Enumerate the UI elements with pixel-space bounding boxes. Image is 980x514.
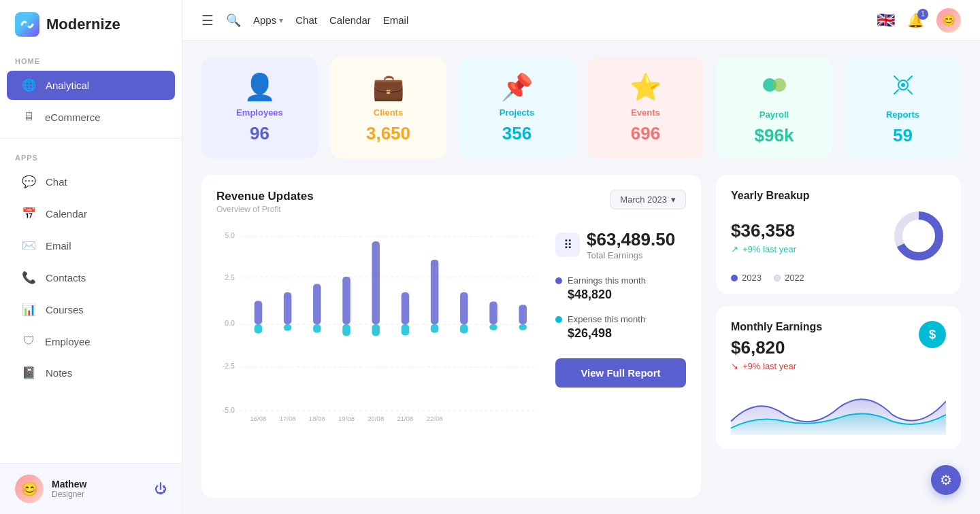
svg-rect-32 bbox=[431, 324, 439, 332]
employees-value: 96 bbox=[250, 123, 270, 144]
legend-2022: 2022 bbox=[774, 273, 804, 283]
revenue-body: 5.0 2.5 0.0 -2.5 -5.0 bbox=[216, 222, 686, 426]
svg-rect-20 bbox=[255, 324, 263, 333]
revenue-card: Revenue Updates Overview of Profit March… bbox=[201, 175, 701, 498]
view-report-button[interactable]: View Full Report bbox=[555, 358, 686, 388]
stat-card-employees[interactable]: 👤 Employees 96 bbox=[201, 57, 318, 158]
sidebar-item-chat[interactable]: 💬 Chat bbox=[7, 167, 175, 196]
earnings-amount: $48,820 bbox=[555, 288, 686, 302]
email-nav-link[interactable]: Email bbox=[383, 14, 409, 26]
reports-value: 59 bbox=[893, 125, 913, 146]
notes-icon: 📓 bbox=[22, 366, 36, 380]
revenue-header: Revenue Updates Overview of Profit March… bbox=[216, 190, 686, 214]
sidebar-item-notes[interactable]: 📓 Notes bbox=[7, 358, 175, 388]
svg-text:2.5: 2.5 bbox=[225, 273, 235, 281]
yearly-breakup-card: Yearly Breakup $36,358 ↗ +9% last year bbox=[716, 175, 961, 294]
total-earnings-amount: $63,489.50 bbox=[587, 229, 675, 250]
right-panel: Yearly Breakup $36,358 ↗ +9% last year bbox=[716, 175, 961, 498]
sidebar-item-analytical[interactable]: 🌐 Analytical bbox=[7, 71, 175, 100]
sidebar-item-ecommerce[interactable]: 🖥 eCommerce bbox=[7, 103, 175, 131]
chat-icon: 💬 bbox=[22, 175, 36, 189]
view-report-label: View Full Report bbox=[581, 367, 660, 379]
monthly-growth: ↘ +9% last year bbox=[731, 361, 822, 371]
sidebar-item-notes-label: Notes bbox=[46, 367, 72, 379]
date-filter-button[interactable]: March 2023 ▾ bbox=[610, 190, 686, 209]
monthly-earnings-card: Monthly Earnings $6,820 ↘ +9% last year … bbox=[716, 306, 961, 449]
monthly-header: Monthly Earnings $6,820 ↘ +9% last year … bbox=[731, 321, 946, 371]
stat-card-payroll[interactable]: Payroll $96k bbox=[716, 57, 832, 158]
sidebar-item-contacts[interactable]: 📞 Contacts bbox=[7, 263, 175, 292]
legend-dot-2023 bbox=[731, 275, 738, 281]
stat-card-projects[interactable]: 📌 Projects 356 bbox=[459, 57, 575, 158]
sidebar-item-courses[interactable]: 📊 Courses bbox=[7, 295, 175, 324]
apps-nav-link[interactable]: Apps ▾ bbox=[253, 14, 283, 26]
sidebar-item-employee[interactable]: 🛡 Employee bbox=[7, 327, 175, 356]
monitor-icon: 🖥 bbox=[22, 110, 35, 124]
svg-line-6 bbox=[908, 90, 912, 94]
svg-rect-29 bbox=[402, 292, 410, 324]
yearly-legend: 2023 2022 bbox=[731, 273, 946, 283]
svg-text:17/08: 17/08 bbox=[280, 415, 296, 422]
expense-amount: $26,498 bbox=[555, 326, 686, 341]
donut-chart bbox=[892, 209, 946, 266]
svg-text:-5.0: -5.0 bbox=[223, 406, 235, 414]
stat-card-reports[interactable]: Reports 59 bbox=[845, 57, 961, 158]
svg-text:16/08: 16/08 bbox=[250, 415, 266, 422]
user-avatar-top[interactable]: 😊 bbox=[936, 8, 961, 33]
expense-this-month: Expense this month $26,498 bbox=[555, 314, 686, 341]
svg-text:0.0: 0.0 bbox=[225, 319, 235, 327]
chat-nav-label: Chat bbox=[295, 14, 317, 26]
stat-card-events[interactable]: ⭐ Events 696 bbox=[587, 57, 704, 158]
monthly-chart bbox=[731, 381, 946, 438]
legend-2023: 2023 bbox=[731, 273, 762, 283]
yearly-title: Yearly Breakup bbox=[731, 190, 946, 202]
stat-card-clients[interactable]: 💼 Clients 3,650 bbox=[330, 57, 446, 158]
clients-value: 3,650 bbox=[366, 123, 410, 144]
svg-rect-22 bbox=[284, 324, 292, 331]
events-value: 696 bbox=[631, 123, 660, 144]
earnings-label: Earnings this month bbox=[568, 275, 646, 286]
flag-icon[interactable]: 🇬🇧 bbox=[877, 12, 895, 29]
calendar-nav-label: Calendar bbox=[329, 14, 371, 26]
sidebar-item-email[interactable]: ✉️ Email bbox=[7, 231, 175, 260]
logo-icon bbox=[15, 12, 39, 37]
main-content: ☰ 🔍 Apps ▾ Chat Calendar Email 🇬🇧 🔔 1 😊 bbox=[182, 0, 980, 514]
projects-icon: 📌 bbox=[501, 72, 533, 102]
power-button[interactable]: ⏻ bbox=[154, 482, 167, 496]
courses-icon: 📊 bbox=[22, 303, 36, 317]
sidebar-user: 😊 Mathew Designer ⏻ bbox=[0, 463, 182, 514]
settings-fab-button[interactable]: ⚙ bbox=[931, 465, 961, 495]
svg-point-2 bbox=[772, 78, 786, 92]
hamburger-icon[interactable]: ☰ bbox=[201, 12, 214, 29]
search-icon[interactable]: 🔍 bbox=[226, 13, 241, 28]
calendar-nav-link[interactable]: Calendar bbox=[329, 14, 371, 26]
calendar-icon: 📅 bbox=[22, 207, 36, 221]
monthly-dollar-button[interactable]: $ bbox=[919, 321, 946, 348]
sidebar-item-chat-label: Chat bbox=[46, 176, 67, 188]
apps-label: Apps bbox=[253, 14, 276, 26]
apps-section-label: APPS bbox=[0, 144, 182, 166]
svg-text:20/08: 20/08 bbox=[368, 415, 384, 422]
svg-rect-33 bbox=[460, 292, 468, 324]
svg-line-4 bbox=[908, 76, 912, 80]
svg-rect-30 bbox=[402, 324, 410, 335]
sidebar-item-courses-label: Courses bbox=[46, 304, 84, 315]
svg-rect-36 bbox=[489, 324, 497, 330]
clients-label: Clients bbox=[374, 107, 403, 118]
sidebar-item-contacts-label: Contacts bbox=[46, 272, 86, 284]
expense-label: Expense this month bbox=[568, 314, 645, 324]
sidebar-item-calendar-label: Calendar bbox=[46, 208, 87, 220]
svg-rect-37 bbox=[519, 305, 527, 324]
notifications-button[interactable]: 🔔 1 bbox=[907, 12, 924, 29]
yearly-growth-text: +9% last year bbox=[742, 244, 796, 254]
clients-icon: 💼 bbox=[372, 72, 404, 102]
yearly-body: $36,358 ↗ +9% last year bbox=[731, 209, 946, 266]
sidebar-item-calendar[interactable]: 📅 Calendar bbox=[7, 199, 175, 228]
legend-2022-label: 2022 bbox=[785, 273, 804, 283]
earnings-this-month: Earnings this month $48,820 bbox=[555, 275, 686, 302]
chat-nav-link[interactable]: Chat bbox=[295, 14, 317, 26]
svg-text:18/08: 18/08 bbox=[309, 415, 325, 422]
total-earnings-label: Total Earnings bbox=[587, 250, 675, 260]
svg-rect-25 bbox=[342, 277, 350, 324]
user-role: Designer bbox=[52, 490, 86, 499]
